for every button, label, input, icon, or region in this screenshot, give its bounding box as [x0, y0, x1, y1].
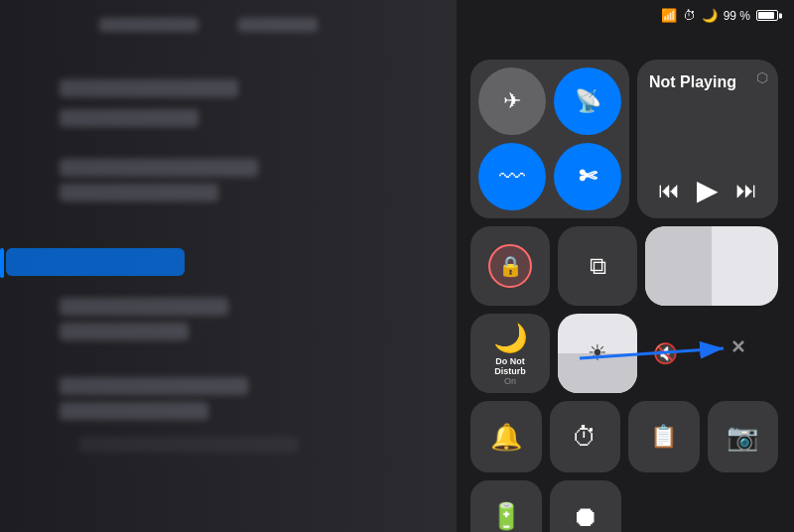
- slider-fill: [645, 226, 712, 306]
- topbar-blur: [99, 18, 198, 32]
- alarm-button[interactable]: 🔔: [470, 401, 542, 472]
- dnd-sublabel: On: [504, 376, 516, 386]
- battery-fill: [758, 12, 774, 19]
- lock-icon: 🔒: [498, 254, 523, 278]
- hotspot-button[interactable]: 📡: [554, 67, 621, 135]
- hotspot-icon: 📡: [575, 88, 601, 114]
- moon-icon: 🌙: [493, 322, 528, 354]
- timer-button[interactable]: ⏱: [550, 401, 621, 472]
- airplane-mode-button[interactable]: ✈: [478, 67, 546, 135]
- sidebar-blur-item: [60, 402, 208, 420]
- mute-icon-area: 🔇: [645, 314, 685, 393]
- sidebar-selection-tab: [0, 248, 4, 278]
- battery-icon: [756, 10, 778, 21]
- now-playing-widget: ⬡ Not Playing ⏮ ▶ ⏭: [637, 60, 778, 218]
- dnd-label-block: Do Not Disturb On: [494, 356, 526, 386]
- bell-icon: 🔔: [490, 422, 522, 453]
- control-center: ✈ 📡 〰 ✄ ⬡ Not Playing ⏮ ▶ ⏭: [470, 60, 778, 532]
- wifi-button[interactable]: 〰: [478, 143, 546, 210]
- airplane-icon: ✈: [503, 88, 521, 114]
- top-row: ✈ 📡 〰 ✄ ⬡ Not Playing ⏮ ▶ ⏭: [470, 60, 778, 218]
- sidebar-blur-item: [60, 323, 189, 340]
- camera-icon: 📷: [727, 422, 758, 453]
- screen-mirror-icon: ⧉: [590, 252, 606, 280]
- bluetooth-icon: ✄: [579, 164, 596, 190]
- playback-controls: ⏮ ▶ ⏭: [649, 174, 766, 206]
- sidebar-blur-item: [60, 159, 258, 177]
- bluetooth-button[interactable]: ✄: [554, 143, 621, 210]
- svg-line-2: [733, 341, 743, 351]
- timer-icon: ⏱: [572, 422, 597, 453]
- sidebar-blur-item: [60, 109, 198, 127]
- wifi-icon: 〰: [499, 162, 525, 193]
- next-button[interactable]: ⏭: [735, 178, 757, 203]
- battery-percent: 99 %: [724, 9, 750, 23]
- sidebar-blur-item: [60, 377, 248, 395]
- bottombar-blur: [79, 437, 298, 453]
- sidebar-selected-item[interactable]: [6, 248, 185, 276]
- screen-lock-icon: 🔒: [488, 244, 532, 288]
- battery-status-button[interactable]: 🔋: [470, 480, 542, 532]
- last-row: 🔋 ⏺: [470, 480, 778, 532]
- notes-icon: 📋: [650, 424, 677, 450]
- battery-icon: 🔋: [490, 501, 522, 532]
- svg-line-3: [733, 341, 743, 351]
- play-pause-button[interactable]: ▶: [697, 174, 719, 206]
- dnd-label2: Disturb: [494, 366, 526, 376]
- status-bar: 📶 ⏱ 🌙 99 %: [661, 8, 778, 23]
- speaker-mute-icon: 🔇: [653, 341, 678, 365]
- airplay-icon[interactable]: ⬡: [756, 69, 768, 85]
- volume-slider[interactable]: [645, 226, 778, 306]
- sidebar-blur-item: [60, 184, 218, 201]
- sidebar-blur-item: [60, 298, 228, 316]
- sidebar-blur-item: [60, 79, 238, 97]
- now-playing-title: Not Playing: [649, 73, 766, 91]
- wifi-icon: 📶: [661, 8, 677, 23]
- screen-recording-button[interactable]: ⏺: [550, 480, 621, 532]
- topbar-blur: [238, 18, 318, 32]
- do-not-disturb-button[interactable]: 🌙 Do Not Disturb On: [470, 314, 550, 393]
- moon-icon: 🌙: [702, 8, 718, 23]
- connectivity-grid: ✈ 📡 〰 ✄: [470, 60, 629, 218]
- bottom-row: 🔔 ⏱ 📋 📷: [470, 401, 778, 472]
- camera-button[interactable]: 📷: [708, 401, 779, 472]
- third-row: 🌙 Do Not Disturb On ☀ �: [470, 314, 778, 393]
- brightness-slider[interactable]: ☀: [558, 314, 637, 393]
- dnd-label: Do Not: [495, 356, 525, 366]
- screen-lock-button[interactable]: 🔒: [470, 226, 550, 306]
- screen-mirror-button[interactable]: ⧉: [558, 226, 637, 306]
- brightness-icon: ☀: [588, 340, 607, 366]
- previous-button[interactable]: ⏮: [658, 178, 680, 203]
- screen-record-icon: ⏺: [572, 500, 599, 533]
- notes-button[interactable]: 📋: [628, 401, 700, 472]
- background: [0, 0, 457, 532]
- clock-icon: ⏱: [683, 8, 696, 23]
- second-row: 🔒 ⧉: [470, 226, 778, 306]
